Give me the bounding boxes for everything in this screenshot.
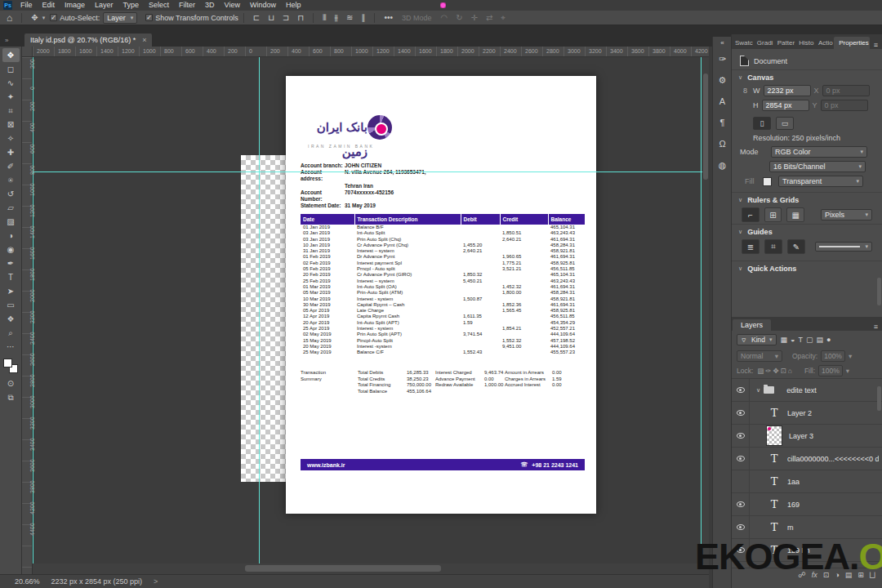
chevron-down-icon[interactable]: ∨: [756, 387, 760, 394]
visibility-cell[interactable]: [732, 470, 750, 492]
close-icon[interactable]: ×: [142, 36, 146, 44]
3d-camera-icon[interactable]: ⌖: [497, 11, 510, 25]
screen-mode-icon[interactable]: ⧉: [2, 390, 20, 404]
tab-actio[interactable]: Actio: [815, 37, 834, 49]
menu-view[interactable]: View: [220, 0, 245, 11]
canvas-x-field[interactable]: 0 px: [822, 85, 870, 96]
eye-icon[interactable]: [737, 524, 745, 530]
lasso-tool[interactable]: ∿: [2, 76, 20, 90]
ruler-units-dropdown[interactable]: Pixels▾: [821, 209, 872, 220]
distribute-left-icon[interactable]: ⫴: [318, 11, 330, 25]
layer-row[interactable]: Tcilla0000000...<<<<<<<<0 d: [732, 448, 882, 470]
lock-transparent-icon[interactable]: ▨: [756, 367, 764, 375]
menu-filter[interactable]: Filter: [174, 0, 200, 11]
color-mode-dropdown[interactable]: RGB Color▾: [771, 146, 867, 158]
expand-panels-chevrons-icon[interactable]: «: [713, 37, 732, 48]
toggle-rulers-icon[interactable]: ⌐: [742, 207, 760, 222]
visibility-cell[interactable]: [732, 425, 750, 447]
layer-filter-kind-dropdown[interactable]: 🜄 Kind ▾: [737, 334, 777, 345]
blend-mode-dropdown[interactable]: Normal▾: [737, 350, 782, 362]
hand-tool[interactable]: ❖: [2, 312, 20, 326]
foreground-color-swatch[interactable]: [3, 359, 12, 368]
filter-type-layers-icon[interactable]: T: [796, 336, 804, 344]
visibility-cell[interactable]: [732, 493, 750, 515]
marquee-tool[interactable]: ◻: [2, 62, 20, 76]
move-tool[interactable]: ✥: [2, 48, 20, 62]
3d-slide-icon[interactable]: ⇄: [482, 11, 497, 25]
tab-histo[interactable]: Histo: [795, 37, 815, 49]
eraser-tool[interactable]: ▱: [2, 201, 20, 215]
home-icon[interactable]: ⌂: [0, 11, 16, 25]
orientation-portrait-button[interactable]: ▯: [753, 117, 771, 130]
lock-position-icon[interactable]: ✥: [772, 367, 779, 375]
visibility-cell[interactable]: [732, 516, 750, 538]
move-tool-dropdown-arrow[interactable]: ▾: [42, 15, 46, 21]
layer-row[interactable]: T1aa: [732, 470, 882, 493]
layer-row[interactable]: ∨edite text: [732, 379, 882, 402]
layers-scrollbar[interactable]: [877, 386, 881, 411]
clone-stamp-tool[interactable]: ⍟: [2, 173, 20, 187]
tab-swatc[interactable]: Swatc: [732, 37, 754, 49]
guide-vertical-mid[interactable]: [259, 57, 260, 564]
guide-horizontal[interactable]: [33, 172, 702, 172]
toggle-pixel-grid-icon[interactable]: ▦: [786, 207, 804, 222]
properties-scrollbar[interactable]: [877, 278, 881, 305]
tab-patter[interactable]: Patter: [774, 37, 795, 49]
layer-row[interactable]: TLayer 2: [732, 402, 882, 425]
blur-tool[interactable]: ◑: [2, 229, 20, 243]
tab-layers[interactable]: Layers: [733, 319, 771, 331]
opacity-field[interactable]: 100%: [821, 350, 845, 362]
fill-field[interactable]: 100%: [818, 365, 843, 376]
distribute-center-icon[interactable]: ⫵: [330, 11, 342, 25]
guide-style-dropdown[interactable]: ▾: [815, 242, 872, 252]
tab-overflow-chevrons-icon[interactable]: »: [5, 37, 7, 44]
lock-artboard-icon[interactable]: ⊡: [780, 367, 787, 375]
eye-icon[interactable]: [737, 387, 745, 393]
link-dimensions-icon[interactable]: 8: [743, 87, 747, 95]
panel-menu-icon[interactable]: ≡: [870, 41, 882, 49]
quick-selection-tool[interactable]: ✦: [2, 90, 20, 104]
visibility-cell[interactable]: [732, 448, 750, 470]
align-right-edges-icon[interactable]: ⊐: [278, 11, 293, 25]
edit-guides-icon[interactable]: ✎: [787, 239, 805, 254]
menu-layer[interactable]: Layer: [90, 0, 118, 11]
vertical-ruler[interactable]: 2000200400600800100012001400160018002000…: [22, 57, 33, 574]
menu-window[interactable]: Window: [245, 0, 281, 11]
eye-icon[interactable]: [737, 501, 745, 507]
tab-properties[interactable]: Properties: [834, 37, 869, 49]
toggle-guides-icon[interactable]: ≣: [742, 239, 760, 254]
path-selection-tool[interactable]: ➤: [2, 284, 20, 298]
eye-icon[interactable]: [737, 433, 745, 439]
section-rulers-grids[interactable]: ∨ Rulers & Grids: [732, 192, 882, 206]
canvas-horizontal-scrollbar[interactable]: [33, 564, 709, 574]
filter-adjustment-layers-icon[interactable]: ◒: [789, 336, 796, 344]
brushes-panel-icon[interactable]: ✑: [713, 48, 732, 69]
color-swatches[interactable]: [3, 359, 18, 373]
more-tools[interactable]: ⋯: [2, 340, 20, 354]
history-brush-tool[interactable]: ↺: [2, 187, 20, 201]
menu-type[interactable]: Type: [118, 0, 145, 11]
lock-pixels-icon[interactable]: ✑: [764, 367, 772, 375]
menu-select[interactable]: Select: [144, 0, 174, 11]
show-transform-checkbox[interactable]: ✓: [145, 14, 153, 21]
paragraph-panel-icon[interactable]: ¶: [713, 112, 732, 133]
status-chevron-icon[interactable]: >: [154, 577, 158, 586]
distribute-bottom-icon[interactable]: ≋: [342, 11, 357, 25]
menu-3d[interactable]: 3D: [200, 0, 220, 11]
lock-guides-icon[interactable]: ⌗: [764, 239, 782, 254]
fill-dropdown[interactable]: Transparent▾: [778, 176, 863, 187]
zoom-level-field[interactable]: 20.66%: [15, 577, 40, 586]
menu-image[interactable]: Image: [60, 0, 90, 11]
filter-shape-layers-icon[interactable]: ▢: [804, 336, 815, 344]
toggle-grid-icon[interactable]: ⊞: [764, 207, 782, 222]
eyedropper-tool[interactable]: ✧: [2, 131, 20, 145]
canvas-y-field[interactable]: 0 px: [821, 100, 868, 111]
3d-orbit-icon[interactable]: ◠: [436, 11, 452, 25]
visibility-cell[interactable]: [732, 402, 750, 424]
align-top-edges-icon[interactable]: ⊓: [293, 11, 308, 25]
more-options-icon[interactable]: •••: [380, 11, 397, 25]
auto-select-checkbox[interactable]: ✓: [50, 14, 57, 21]
guide-vertical-right[interactable]: [701, 57, 702, 564]
pen-tool[interactable]: ✒: [2, 256, 20, 270]
distribute-right-icon[interactable]: ∥: [357, 11, 369, 25]
